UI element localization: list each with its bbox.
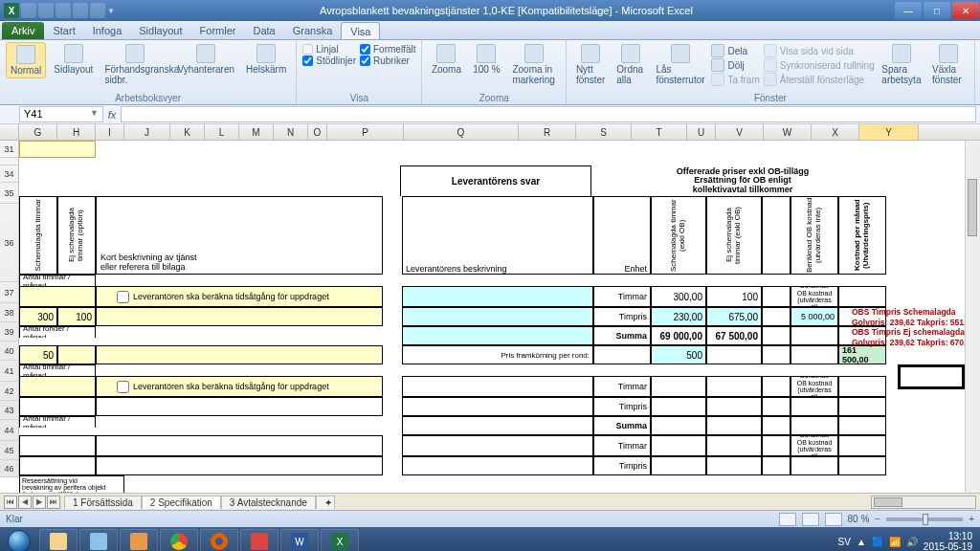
- zoom-in-button[interactable]: +: [969, 514, 974, 524]
- zoom-selection-button[interactable]: Zooma in markering: [508, 42, 560, 87]
- tab-infoga[interactable]: Infoga: [84, 22, 131, 39]
- page-layout-view-btn[interactable]: [802, 513, 819, 526]
- column-header[interactable]: R: [519, 124, 576, 140]
- cell[interactable]: [791, 345, 838, 364]
- tray-flag-icon[interactable]: 🟦: [872, 537, 883, 547]
- chevron-down-icon[interactable]: ▼: [90, 108, 99, 118]
- row-header[interactable]: 37: [0, 282, 19, 303]
- input-50[interactable]: 50: [19, 345, 57, 364]
- qat-btn[interactable]: [73, 3, 88, 18]
- cell[interactable]: [57, 345, 96, 364]
- cell[interactable]: [762, 397, 791, 416]
- worksheet-grid[interactable]: 3134353637383940414243444546 Leverantöre…: [0, 141, 980, 493]
- cell[interactable]: [762, 456, 791, 475]
- sync-scroll-button[interactable]: Synkroniserad rullning: [764, 58, 875, 72]
- sheet-tab-3[interactable]: 3 Avtalstecknande: [221, 496, 316, 509]
- row-header[interactable]: 39: [0, 322, 19, 342]
- cell[interactable]: [402, 397, 593, 416]
- cell[interactable]: [791, 456, 838, 475]
- zoom-handle[interactable]: [923, 514, 928, 525]
- cell[interactable]: [402, 435, 593, 456]
- cell[interactable]: [706, 397, 762, 416]
- taskbar-library[interactable]: [79, 529, 118, 551]
- normal-view-btn[interactable]: [779, 513, 796, 526]
- cell[interactable]: [19, 141, 96, 158]
- cell[interactable]: [762, 307, 791, 326]
- row-header[interactable]: 40: [0, 342, 19, 361]
- column-header[interactable]: M: [239, 124, 274, 140]
- cell[interactable]: [791, 326, 838, 345]
- page-break-view-btn[interactable]: [825, 513, 842, 526]
- column-header[interactable]: L: [205, 124, 239, 140]
- cell[interactable]: [402, 326, 593, 345]
- val-300[interactable]: 300,00: [651, 286, 706, 307]
- cell[interactable]: [791, 397, 838, 416]
- normal-view-button[interactable]: Normal: [6, 42, 46, 78]
- column-header[interactable]: Q: [404, 124, 519, 140]
- row-header[interactable]: 35: [0, 183, 19, 204]
- qat-dropdown-icon[interactable]: ▼: [107, 7, 115, 15]
- select-all[interactable]: [0, 124, 19, 140]
- column-header[interactable]: U: [687, 124, 716, 140]
- cell[interactable]: [762, 376, 791, 397]
- cell[interactable]: [402, 456, 593, 475]
- row-header[interactable]: 38: [0, 303, 19, 322]
- column-header[interactable]: N: [274, 124, 308, 140]
- cell[interactable]: [96, 345, 383, 364]
- column-header[interactable]: S: [576, 124, 632, 140]
- row-header[interactable]: 34: [0, 165, 19, 183]
- cell[interactable]: [651, 456, 706, 475]
- cell[interactable]: [762, 416, 791, 435]
- cell[interactable]: [19, 435, 96, 456]
- tab-data[interactable]: Data: [244, 22, 283, 39]
- maximize-button[interactable]: □: [924, 2, 950, 19]
- cell[interactable]: [651, 435, 706, 456]
- taskbar-app[interactable]: [240, 529, 278, 551]
- input-100[interactable]: 100: [57, 307, 96, 326]
- cell[interactable]: [838, 456, 886, 475]
- column-header[interactable]: O: [308, 124, 327, 140]
- cell[interactable]: [838, 376, 886, 397]
- row-header[interactable]: 36: [0, 204, 19, 282]
- column-header[interactable]: P: [327, 124, 404, 140]
- reset-pos-button[interactable]: Återställ fönsterläge: [764, 73, 875, 86]
- qat-btn[interactable]: [90, 3, 105, 18]
- val-100[interactable]: 100: [706, 286, 762, 307]
- file-tab[interactable]: Arkiv: [2, 22, 44, 39]
- tray-chevron-icon[interactable]: ▲: [857, 537, 866, 547]
- checkbox-cell[interactable]: Leverantören ska beräkna tidsåtgång för …: [96, 376, 383, 397]
- hide-button[interactable]: Dölj: [711, 58, 759, 72]
- tray-volume-icon[interactable]: 🔊: [906, 537, 918, 547]
- cell[interactable]: [651, 416, 706, 435]
- column-header[interactable]: T: [632, 124, 687, 140]
- zoom-out-button[interactable]: −: [875, 514, 880, 524]
- cell[interactable]: [838, 286, 886, 307]
- ruler-checkbox[interactable]: Linjal: [302, 44, 356, 55]
- taskbar-excel[interactable]: X: [321, 529, 359, 551]
- split-button[interactable]: Dela: [711, 44, 759, 57]
- val-675[interactable]: 675,00: [706, 307, 762, 326]
- cell[interactable]: [791, 416, 838, 435]
- qat-undo-icon[interactable]: [38, 3, 54, 18]
- active-cell[interactable]: [898, 364, 965, 389]
- gridlines-checkbox[interactable]: Stödlinjer: [302, 55, 356, 66]
- taskbar-explorer[interactable]: [39, 529, 78, 551]
- start-button[interactable]: [0, 527, 38, 551]
- cell[interactable]: [706, 456, 762, 475]
- cell[interactable]: [706, 435, 762, 456]
- taskbar-word[interactable]: W: [280, 529, 319, 551]
- cell[interactable]: [838, 416, 886, 435]
- cell[interactable]: [651, 376, 706, 397]
- fx-icon[interactable]: fx: [103, 109, 121, 121]
- row-header[interactable]: 45: [0, 441, 19, 460]
- cell[interactable]: [19, 397, 96, 416]
- fullscreen-button[interactable]: Helskärm: [242, 42, 290, 77]
- column-header[interactable]: V: [716, 124, 764, 140]
- column-header[interactable]: Y: [859, 124, 919, 140]
- headings-checkbox[interactable]: Rubriker: [360, 55, 415, 66]
- tray-network-icon[interactable]: 📶: [889, 537, 901, 547]
- vertical-scrollbar[interactable]: [965, 141, 980, 493]
- column-header[interactable]: K: [170, 124, 205, 140]
- calc-time-checkbox[interactable]: [117, 381, 129, 393]
- cell[interactable]: [402, 416, 593, 435]
